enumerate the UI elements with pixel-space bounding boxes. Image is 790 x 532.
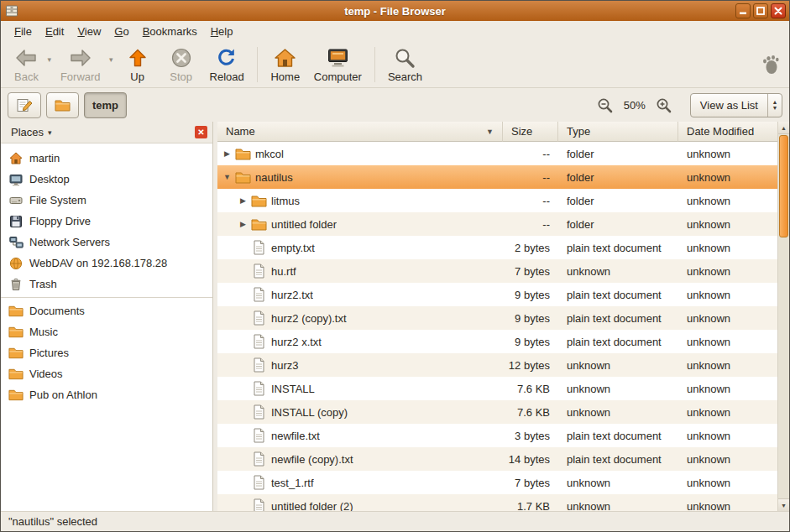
cell-type: unknown bbox=[558, 477, 678, 489]
cell-date-modified: unknown bbox=[678, 265, 777, 278]
gnome-throbber-icon bbox=[762, 55, 782, 75]
menu-item-view[interactable]: View bbox=[71, 23, 107, 40]
forward-button[interactable]: Forward▾ bbox=[54, 44, 116, 85]
view-mode-selector[interactable]: View as List ▲▼ bbox=[690, 93, 782, 117]
menu-item-file[interactable]: File bbox=[8, 23, 39, 40]
status-bar: "nautilus" selected bbox=[1, 511, 789, 531]
file-row-hurz2-copy-txt[interactable]: hurz2 (copy).txt9 bytesplain text docume… bbox=[217, 306, 777, 330]
column-header-date-modified[interactable]: Date Modified bbox=[678, 122, 777, 142]
column-label: Date Modified bbox=[687, 125, 754, 138]
path-button-label: temp bbox=[92, 99, 118, 112]
cell-size: 7.6 KB bbox=[503, 406, 558, 419]
sidebar-item-floppy-drive[interactable]: Floppy Drive bbox=[1, 211, 212, 232]
reload-button[interactable]: Reload bbox=[203, 44, 251, 85]
file-row-newfile-txt[interactable]: newfile.txt3 bytesplain text documentunk… bbox=[217, 424, 777, 447]
file-row-untitled-folder[interactable]: ▶untitled folder--folderunknown bbox=[217, 212, 777, 236]
close-button[interactable] bbox=[771, 3, 786, 18]
places-mode-button[interactable]: Places ▾ bbox=[6, 124, 57, 140]
sidebar-item-pictures[interactable]: Pictures bbox=[1, 342, 212, 363]
sidebar-item-trash[interactable]: Trash bbox=[1, 274, 212, 295]
file-name: mkcol bbox=[255, 148, 284, 160]
sidebar-item-pub-on-athlon[interactable]: Pub on Athlon bbox=[1, 384, 212, 405]
menu-item-go[interactable]: Go bbox=[107, 23, 135, 40]
cell-type: plain text document bbox=[558, 289, 678, 301]
column-header-name[interactable]: Name ▼ bbox=[217, 122, 503, 142]
computer-button[interactable]: Computer bbox=[307, 44, 369, 85]
sidebar-item-network-servers[interactable]: Network Servers bbox=[1, 232, 212, 253]
menu-item-edit[interactable]: Edit bbox=[39, 23, 71, 40]
sidebar-item-webdav-on-192-168-178-28[interactable]: WebDAV on 192.168.178.28 bbox=[1, 253, 212, 274]
scrollbar-track[interactable] bbox=[778, 134, 789, 498]
expander-collapsed-icon[interactable]: ▶ bbox=[237, 196, 249, 205]
file-row-newfile-copy-txt[interactable]: newfile (copy).txt14 bytesplain text doc… bbox=[217, 447, 777, 471]
search-button[interactable]: Search bbox=[381, 44, 429, 85]
combo-spin-icon[interactable]: ▲▼ bbox=[767, 94, 782, 117]
title-bar[interactable]: temp - File Browser bbox=[1, 1, 789, 21]
file-icon bbox=[249, 263, 268, 279]
file-row-test-1-rtf[interactable]: test_1.rtf7 bytesunknownunknown bbox=[217, 471, 777, 494]
expander-collapsed-icon[interactable]: ▶ bbox=[221, 149, 233, 158]
minimize-button[interactable] bbox=[735, 3, 751, 18]
file-icon bbox=[249, 357, 268, 373]
stop-button[interactable]: Stop bbox=[160, 44, 203, 85]
file-row-untitled-folder-2-[interactable]: untitled folder (2)1.7 KBunknownunknown bbox=[217, 494, 777, 511]
dropdown-arrow-icon[interactable]: ▾ bbox=[47, 55, 51, 64]
maximize-button[interactable] bbox=[753, 3, 768, 18]
scrollbar-thumb[interactable] bbox=[779, 135, 788, 237]
file-icon bbox=[249, 451, 268, 467]
file-row-hurz2-x-txt[interactable]: hurz2 x.txt9 bytesplain text documentunk… bbox=[217, 330, 777, 353]
cell-name: INSTALL (copy) bbox=[217, 404, 503, 420]
toolbar-button-label: Forward bbox=[60, 70, 101, 83]
sort-descending-icon: ▼ bbox=[486, 128, 494, 136]
file-row-hurz3[interactable]: hurz312 bytesunknownunknown bbox=[217, 353, 777, 377]
toggle-location-entry-button[interactable] bbox=[8, 92, 41, 118]
menu-item-bookmarks[interactable]: Bookmarks bbox=[136, 23, 204, 40]
file-icon bbox=[249, 475, 268, 490]
expander-collapsed-icon[interactable]: ▶ bbox=[237, 220, 249, 228]
menu-item-help[interactable]: Help bbox=[204, 23, 240, 40]
sidebar-item-file-system[interactable]: File System bbox=[1, 190, 212, 211]
back-button[interactable]: Back▾ bbox=[8, 44, 54, 85]
toolbar-button-label: Back bbox=[14, 70, 39, 83]
cell-type: folder bbox=[558, 148, 678, 160]
zoom-controls: 50% View as List ▲▼ bbox=[595, 93, 782, 117]
sidebar-close-icon: ✕ bbox=[197, 128, 204, 137]
sidebar-item-documents[interactable]: Documents bbox=[1, 300, 212, 321]
expander-expanded-icon[interactable]: ▼ bbox=[221, 173, 233, 181]
root-path-button[interactable] bbox=[46, 92, 79, 118]
home-button[interactable]: Home bbox=[264, 44, 307, 85]
sidebar-item-videos[interactable]: Videos bbox=[1, 363, 212, 384]
cell-date-modified: unknown bbox=[678, 148, 777, 160]
file-name: nautilus bbox=[255, 171, 293, 184]
column-header-type[interactable]: Type bbox=[558, 122, 678, 142]
file-list: ▶mkcol--folderunknown▼nautilus--folderun… bbox=[217, 142, 777, 511]
up-button[interactable]: Up bbox=[116, 44, 160, 85]
sidebar-item-martin[interactable]: martin bbox=[1, 148, 212, 169]
scroll-up-button[interactable]: ▲ bbox=[778, 122, 789, 134]
file-icon bbox=[249, 310, 268, 326]
file-row-litmus[interactable]: ▶litmus--folderunknown bbox=[217, 189, 777, 212]
dropdown-arrow-icon[interactable]: ▾ bbox=[109, 55, 113, 64]
cell-name: ▼nautilus bbox=[217, 171, 503, 184]
back-icon bbox=[14, 47, 38, 70]
sidebar-item-desktop[interactable]: Desktop bbox=[1, 169, 212, 190]
file-row-mkcol[interactable]: ▶mkcol--folderunknown bbox=[217, 142, 777, 165]
file-row-hu-rtf[interactable]: hu.rtf7 bytesunknownunknown bbox=[217, 259, 777, 283]
cell-type: plain text document bbox=[558, 336, 678, 348]
zoom-in-button[interactable] bbox=[654, 95, 674, 115]
path-button-temp[interactable]: temp bbox=[84, 92, 127, 118]
file-row-install-copy-[interactable]: INSTALL (copy)7.6 KBunknownunknown bbox=[217, 400, 777, 424]
sidebar-close-button[interactable]: ✕ bbox=[195, 126, 207, 138]
file-row-empty-txt[interactable]: empty.txt2 bytesplain text documentunkno… bbox=[217, 236, 777, 259]
sidebar-item-label: Trash bbox=[29, 278, 57, 290]
column-header-size[interactable]: Size bbox=[503, 122, 558, 142]
zoom-out-button[interactable] bbox=[595, 95, 615, 115]
scroll-down-button[interactable]: ▼ bbox=[778, 498, 789, 511]
cell-size: 7 bytes bbox=[503, 265, 558, 278]
file-row-nautilus[interactable]: ▼nautilus--folderunknown bbox=[217, 165, 777, 189]
maximize-icon bbox=[756, 7, 765, 15]
sidebar-item-music[interactable]: Music bbox=[1, 321, 212, 342]
file-row-hurz2-txt[interactable]: hurz2.txt9 bytesplain text documentunkno… bbox=[217, 283, 777, 306]
cell-date-modified: unknown bbox=[678, 453, 777, 466]
file-row-install[interactable]: INSTALL7.6 KBunknownunknown bbox=[217, 377, 777, 400]
